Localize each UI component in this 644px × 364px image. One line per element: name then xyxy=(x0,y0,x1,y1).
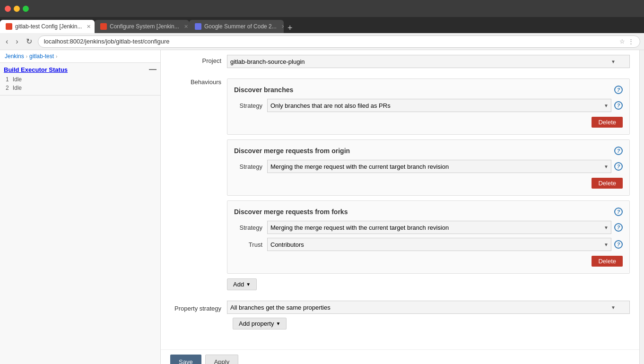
property-strategy-control-area: All branches get the same properties ▼ xyxy=(227,301,630,314)
discover-merge-forks-strategy-wrapper: Merging the merge request with the curre… xyxy=(267,221,623,234)
behaviours-control-area: Discover branches ? Strategy Only branch… xyxy=(227,74,630,295)
behaviours-label: Behaviours xyxy=(170,74,227,86)
discover-merge-forks-trust-help-icon[interactable]: ? xyxy=(614,240,623,249)
executor-num-2: 2 xyxy=(6,85,9,91)
discover-branches-delete-row: Delete xyxy=(234,117,623,128)
back-button[interactable]: ‹ xyxy=(4,36,10,47)
traffic-lights xyxy=(5,6,29,12)
browser-tab-1[interactable]: gitlab-test Config [Jenkin... ✕ xyxy=(0,20,95,33)
discover-merge-forks-strategy-help-icon[interactable]: ? xyxy=(614,223,623,232)
add-button[interactable]: Add ▼ xyxy=(227,278,257,290)
menu-icon[interactable]: ⋮ xyxy=(628,38,634,45)
sidebar: Jenkins › gitlab-test › Build Executor S… xyxy=(0,50,161,364)
new-tab-button[interactable]: + xyxy=(284,23,296,33)
project-row: Project gitlab-branch-source-plugin ▼ xyxy=(170,55,630,68)
discover-merge-forks-delete-button[interactable]: Delete xyxy=(592,256,623,267)
discover-merge-origin-help-icon[interactable]: ? xyxy=(614,147,623,155)
tab-close-1[interactable]: ✕ xyxy=(87,24,91,30)
discover-branches-strategy-help-icon[interactable]: ? xyxy=(614,101,623,110)
breadcrumb-jenkins-link[interactable]: Jenkins xyxy=(5,53,24,60)
executor-status-2: Idle xyxy=(13,85,22,91)
browser-tab-2[interactable]: Configure System [Jenkin... ✕ xyxy=(95,20,189,33)
discover-merge-forks-trust-select[interactable]: Contributors Everybody Nobody From users… xyxy=(267,238,611,251)
build-executor-title: Build Executor Status — xyxy=(4,66,157,73)
scrollbar[interactable] xyxy=(639,50,644,364)
discover-merge-forks-help-icon[interactable]: ? xyxy=(614,208,623,216)
discover-merge-origin-title: Discover merge requests from origin xyxy=(234,147,350,155)
discover-merge-forks-header: Discover merge requests from forks ? xyxy=(234,208,623,216)
project-label: Project xyxy=(170,55,227,64)
discover-merge-forks-delete-row: Delete xyxy=(234,256,623,267)
app-layout: Jenkins › gitlab-test › Build Executor S… xyxy=(0,50,644,364)
address-bar[interactable]: localhost:8002/jenkins/job/gitlab-test/c… xyxy=(38,35,640,48)
discover-merge-forks-trust-label: Trust xyxy=(234,241,267,248)
breadcrumb-sep-2: › xyxy=(56,54,57,59)
apply-button[interactable]: Apply xyxy=(205,355,239,364)
discover-branches-title: Discover branches xyxy=(234,86,293,94)
discover-merge-forks-trust-row: Trust Contributors Everybody Nobody From… xyxy=(234,238,623,251)
add-dropdown-arrow-icon: ▼ xyxy=(246,282,251,287)
bookmark-icon[interactable]: ☆ xyxy=(619,38,625,45)
tab-icon-1 xyxy=(6,23,12,30)
browser-tabs: gitlab-test Config [Jenkin... ✕ Configur… xyxy=(0,17,644,33)
tab-icon-2 xyxy=(100,23,107,30)
traffic-light-red[interactable] xyxy=(5,6,11,12)
project-select-wrapper: gitlab-branch-source-plugin ▼ xyxy=(227,55,630,68)
discover-merge-forks-trust-wrapper: Contributors Everybody Nobody From users… xyxy=(267,238,623,251)
add-property-row: Add property ▼ xyxy=(170,318,630,329)
discover-branches-strategy-row: Strategy Only branches that are not also… xyxy=(234,99,623,112)
project-control-area: gitlab-branch-source-plugin ▼ xyxy=(227,55,630,68)
breadcrumb-gitlabtest-link[interactable]: gitlab-test xyxy=(29,53,54,60)
add-property-arrow-icon: ▼ xyxy=(276,321,280,326)
tab-label-2: Configure System [Jenkin... xyxy=(110,23,179,30)
discover-branches-strategy-select[interactable]: Only branches that are not also filed as… xyxy=(267,99,611,112)
executor-status-1: Idle xyxy=(13,76,22,83)
add-property-label: Add property xyxy=(239,320,274,327)
discover-merge-origin-header: Discover merge requests from origin ? xyxy=(234,147,623,155)
discover-merge-origin-strategy-row: Strategy Merging the merge request with … xyxy=(234,160,623,173)
property-strategy-select[interactable]: All branches get the same properties xyxy=(227,301,630,314)
add-property-button[interactable]: Add property ▼ xyxy=(233,318,287,329)
build-executor-status: Build Executor Status — 1 Idle 2 Idle xyxy=(0,63,160,95)
form-section: Project gitlab-branch-source-plugin ▼ Be… xyxy=(161,55,639,345)
add-button-label: Add xyxy=(233,281,244,288)
add-button-wrapper: Add ▼ xyxy=(227,278,630,290)
browser-chrome xyxy=(0,0,644,17)
discover-merge-origin-strategy-select[interactable]: Merging the merge request with the curre… xyxy=(267,160,611,173)
breadcrumb-sep-1: › xyxy=(26,54,27,59)
discover-merge-origin-strategy-wrapper: Merging the merge request with the curre… xyxy=(267,160,623,173)
main-content: Project gitlab-branch-source-plugin ▼ Be… xyxy=(161,50,639,364)
url-text: localhost:8002/jenkins/job/gitlab-test/c… xyxy=(44,38,619,45)
browser-tab-3[interactable]: Google Summer of Code 2... ✕ xyxy=(189,20,284,33)
discover-branches-strategy-select-wrapper: Only branches that are not also filed as… xyxy=(267,99,623,112)
save-button[interactable]: Save xyxy=(170,355,201,364)
discover-merge-origin-section: Discover merge requests from origin ? St… xyxy=(227,139,630,196)
reload-button[interactable]: ↻ xyxy=(24,36,34,47)
discover-branches-strategy-label: Strategy xyxy=(234,102,267,109)
discover-merge-forks-strategy-label: Strategy xyxy=(234,224,267,231)
tab-close-2[interactable]: ✕ xyxy=(184,24,188,30)
address-icons: ☆ ⋮ xyxy=(619,38,634,45)
executor-num-1: 1 xyxy=(6,76,9,83)
discover-merge-origin-strategy-help-icon[interactable]: ? xyxy=(614,162,623,171)
forward-button[interactable]: › xyxy=(14,36,20,47)
project-select[interactable]: gitlab-branch-source-plugin xyxy=(227,55,630,68)
discover-merge-origin-strategy-label: Strategy xyxy=(234,163,267,170)
build-executor-link[interactable]: Build Executor Status xyxy=(4,66,68,73)
discover-merge-origin-delete-button[interactable]: Delete xyxy=(592,178,623,189)
discover-merge-forks-strategy-select[interactable]: Merging the merge request with the curre… xyxy=(267,221,611,234)
discover-branches-delete-button[interactable]: Delete xyxy=(592,117,623,128)
traffic-light-green[interactable] xyxy=(23,6,29,12)
executor-row-2: 2 Idle xyxy=(4,84,157,92)
property-strategy-label: Property strategy xyxy=(170,303,227,312)
tab-label-1: gitlab-test Config [Jenkin... xyxy=(15,23,82,30)
address-bar-row: ‹ › ↻ localhost:8002/jenkins/job/gitlab-… xyxy=(0,33,644,50)
behaviours-row: Behaviours Discover branches ? Strategy xyxy=(170,74,630,295)
discover-branches-help-icon[interactable]: ? xyxy=(614,86,623,94)
executor-row-1: 1 Idle xyxy=(4,75,157,84)
discover-merge-forks-title: Discover merge requests from forks xyxy=(234,208,348,216)
discover-merge-forks-strategy-row: Strategy Merging the merge request with … xyxy=(234,221,623,234)
tab-label-3: Google Summer of Code 2... xyxy=(204,23,277,30)
traffic-light-yellow[interactable] xyxy=(14,6,20,12)
minimize-button[interactable]: — xyxy=(149,66,157,73)
